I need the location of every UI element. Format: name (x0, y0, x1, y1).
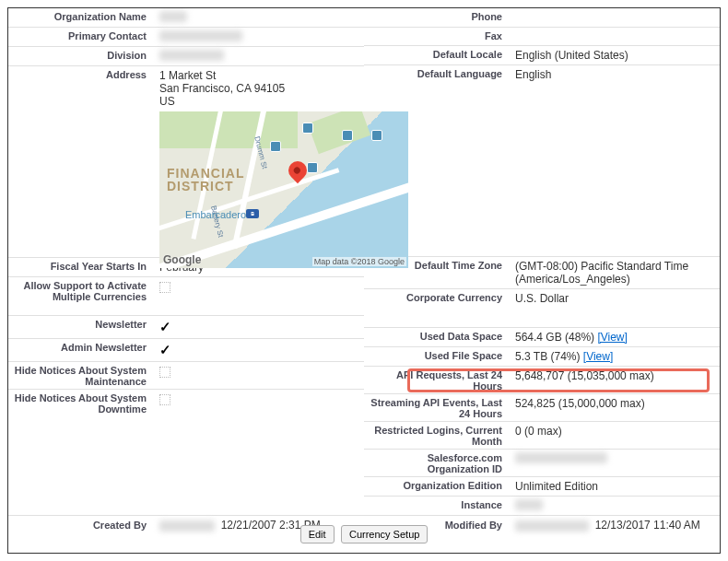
file-space-label: Used File Space (364, 347, 511, 364)
locale-value: English (United States) (511, 46, 720, 64)
map-district-label: FINANCIALDISTRICT (167, 167, 244, 193)
hide-downtime-label: Hide Notices About System Downtime (8, 390, 156, 417)
data-space-value: 564.4 GB (48%) [View] (511, 328, 720, 346)
transit-icon (371, 130, 382, 141)
data-space-label: Used Data Space (364, 328, 511, 345)
org-id-label: Salesforce.com Organization ID (364, 450, 511, 477)
newsletter-label: Newsletter (8, 316, 156, 333)
transit-icon (307, 162, 318, 173)
transit-icon (302, 123, 313, 134)
map-embarcadero-label: Embarcadero (185, 209, 246, 220)
bart-icon: ʙ (246, 209, 259, 218)
language-value: English (511, 65, 720, 84)
streaming-api-value: 524,825 (15,000,000 max) (511, 394, 720, 413)
restricted-logins-value: 0 (0 max) (511, 422, 720, 440)
instance-label: Instance (364, 497, 511, 513)
edition-label: Organization Edition (364, 477, 511, 494)
streaming-api-label: Streaming API Events, Last 24 Hours (364, 394, 511, 422)
locale-label: Default Locale (364, 46, 511, 63)
division-value: xxxxx (156, 47, 364, 65)
transit-icon (270, 141, 281, 152)
fax-value (511, 28, 720, 33)
checkbox-unchecked-icon (159, 367, 170, 378)
restricted-logins-label: Restricted Logins, Current Month (364, 422, 511, 450)
fiscal-year-label: Fiscal Year Starts In (8, 258, 156, 275)
right-column: Phone Fax Default Locale English (United… (364, 8, 720, 515)
org-id-value: xxxxxxxxx (511, 450, 720, 468)
api-requests-label: API Requests, Last 24 Hours (364, 367, 511, 394)
currency-setup-button[interactable]: Currency Setup (341, 525, 428, 543)
admin-newsletter-value (156, 339, 364, 361)
checkbox-unchecked-icon (159, 282, 170, 293)
allow-support-label: Allow Support to Activate Multiple Curre… (8, 277, 156, 305)
api-requests-value: 5,648,707 (15,035,000 max) (511, 367, 720, 385)
transit-icon (342, 130, 353, 141)
org-name-label: Organization Name (8, 8, 156, 25)
hide-maint-label: Hide Notices About System Maintenance (8, 362, 156, 390)
button-bar: Edit Currency Setup (8, 520, 720, 549)
view-data-space-link[interactable]: [View] (597, 331, 627, 344)
currency-label: Corporate Currency (364, 289, 511, 306)
file-space-value: 5.3 TB (74%) [View] (511, 347, 720, 366)
org-name-value: xx (156, 8, 364, 27)
checkmark-icon (159, 345, 171, 357)
allow-support-value (156, 277, 364, 296)
company-info-panel: Organization Name xx Primary Contact xxx… (7, 7, 721, 554)
timezone-value: (GMT-08:00) Pacific Standard Time (Ameri… (511, 257, 720, 288)
primary-contact-label: Primary Contact (8, 28, 156, 44)
view-file-space-link[interactable]: [View] (583, 350, 613, 363)
hide-maint-value (156, 362, 364, 380)
primary-contact-value: xxxxxxx (156, 28, 364, 46)
checkmark-icon (159, 321, 171, 334)
currency-value: U.S. Dollar (511, 289, 720, 308)
phone-label: Phone (364, 8, 511, 25)
google-logo: Google (163, 253, 201, 266)
admin-newsletter-label: Admin Newsletter (8, 339, 156, 356)
address-label: Address (8, 66, 156, 83)
edition-value: Unlimited Edition (511, 477, 720, 496)
newsletter-value (156, 316, 364, 338)
division-label: Division (8, 47, 156, 64)
checkbox-unchecked-icon (159, 394, 170, 405)
map[interactable]: Drumm St Battery St FINANCIALDISTRICT Em… (159, 111, 408, 268)
hide-downtime-value (156, 390, 364, 408)
map-attribution: Map data ©2018 Google (312, 257, 406, 266)
language-label: Default Language (364, 65, 511, 82)
edit-button[interactable]: Edit (300, 525, 335, 543)
fax-label: Fax (364, 28, 511, 44)
left-column: Organization Name xx Primary Contact xxx… (8, 8, 364, 515)
phone-value (511, 8, 720, 14)
instance-value: xx (511, 497, 720, 515)
